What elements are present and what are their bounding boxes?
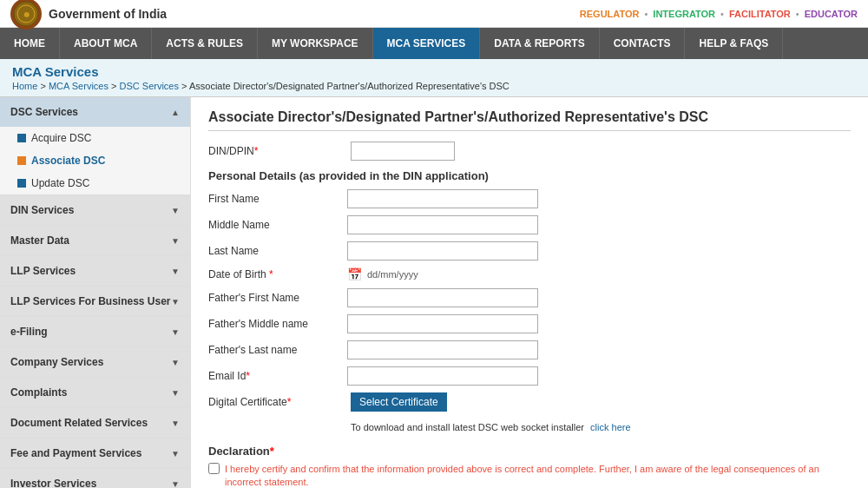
top-bar-right: REGULATOR • INTEGRATOR • FACILITATOR • E… [580,9,858,19]
nav-mca-services[interactable]: MCA SERVICES [373,28,481,59]
sidebar-section-complaints: Complaints ▼ [0,378,190,408]
declaration-section: Declaration* I hereby certify and confir… [208,445,851,488]
dsc-arrow-icon: ▲ [171,108,180,117]
father-last-name-row: Father's Last name [208,340,851,359]
sidebar-llp-biz-header[interactable]: LLP Services For Business User ▼ [0,287,190,316]
efiling-arrow-icon: ▼ [171,327,180,337]
facilitator-link[interactable]: FACILITATOR [729,9,791,19]
first-name-input[interactable] [347,189,538,208]
first-name-row: First Name [208,189,851,208]
llp-arrow-icon: ▼ [171,267,180,276]
din-input[interactable] [351,142,455,161]
din-arrow-icon: ▼ [171,206,180,215]
breadcrumb-mca-services[interactable]: MCA Services [49,81,108,91]
sidebar-section-efiling: e-Filing ▼ [0,317,190,347]
sidebar-company-header[interactable]: Company Services ▼ [0,347,190,377]
breadcrumb-dsc-services[interactable]: DSC Services [120,81,179,91]
digital-cert-group: Select Certificate [347,392,447,412]
complaints-arrow-icon: ▼ [171,388,180,398]
sidebar-section-investor: Investor Services ▼ [0,469,190,488]
nav-about[interactable]: ABOUT MCA [60,28,152,59]
email-input[interactable] [347,366,538,386]
dob-hint: dd/mm/yyyy [367,269,418,280]
integrator-link[interactable]: INTEGRATOR [653,9,715,19]
declaration-text: I hereby certify and confirm that the in… [225,463,851,488]
sidebar-llp-header[interactable]: LLP Services ▼ [0,256,190,286]
top-bar: ☸ Government of India REGULATOR • INTEGR… [0,0,868,28]
middle-name-input[interactable] [347,215,538,234]
din-row: DIN/DPIN* [208,142,851,161]
sidebar-section-din: DIN Services ▼ [0,195,190,226]
father-middle-name-input[interactable] [347,314,538,333]
sidebar-section-dsc: DSC Services ▲ Acquire DSC Associate DSC… [0,97,190,195]
father-first-name-label: Father's First Name [208,292,347,304]
sidebar-item-update-dsc[interactable]: Update DSC [0,172,190,195]
personal-details-title: Personal Details (as provided in the DIN… [208,169,851,182]
payment-arrow-icon: ▼ [171,449,180,458]
sidebar-payment-header[interactable]: Fee and Payment Services ▼ [0,439,190,468]
nav-contacts[interactable]: CONTACTS [600,28,686,59]
father-last-name-input[interactable] [347,340,538,359]
page-header-title: MCA Services [12,64,856,79]
sidebar-din-header[interactable]: DIN Services ▼ [0,195,190,225]
sidebar-investor-header[interactable]: Investor Services ▼ [0,469,190,488]
main-content: Associate Director's/Designated Partner'… [191,97,868,488]
declaration-check: I hereby certify and confirm that the in… [208,463,851,488]
docs-arrow-icon: ▼ [171,419,180,428]
download-link[interactable]: click here [590,422,630,432]
top-bar-left: ☸ Government of India [10,0,167,30]
bullet-icon [17,156,26,165]
svg-text:☸: ☸ [23,11,30,19]
master-arrow-icon: ▼ [171,236,180,246]
nav-data-reports[interactable]: DATA & REPORTS [480,28,599,59]
sidebar-complaints-header[interactable]: Complaints ▼ [0,378,190,407]
calendar-icon: 📅 [347,267,362,281]
nav-help[interactable]: HELP & FAQs [685,28,783,59]
email-row: Email Id* [208,366,851,386]
sidebar-section-company: Company Services ▼ [0,347,190,378]
select-certificate-button[interactable]: Select Certificate [351,392,447,412]
regulator-link[interactable]: REGULATOR [580,9,640,19]
sidebar-master-header[interactable]: Master Data ▼ [0,226,190,255]
gov-title: Government of India [49,7,167,21]
sidebar-dsc-header[interactable]: DSC Services ▲ [0,97,190,127]
email-label: Email Id* [208,370,347,382]
sidebar-section-llp: LLP Services ▼ [0,256,190,287]
father-middle-name-label: Father's Middle name [208,318,347,330]
breadcrumb-home[interactable]: Home [12,81,37,91]
dob-label: Date of Birth * [208,268,347,280]
father-first-name-input[interactable] [347,288,538,307]
father-first-name-row: Father's First Name [208,288,851,307]
educator-link[interactable]: EDUCATOR [805,9,858,19]
main-nav: HOME ABOUT MCA ACTS & RULES MY WORKSPACE… [0,28,868,59]
sidebar-section-llp-biz: LLP Services For Business User ▼ [0,287,190,317]
nav-workspace[interactable]: MY WORKSPACE [258,28,373,59]
declaration-title: Declaration* [208,445,851,458]
dob-input-group: 📅 dd/mm/yyyy [347,267,418,281]
content-area: DSC Services ▲ Acquire DSC Associate DSC… [0,97,868,488]
sidebar-item-associate-dsc[interactable]: Associate DSC [0,149,190,172]
sidebar: DSC Services ▲ Acquire DSC Associate DSC… [0,97,191,488]
last-name-row: Last Name [208,241,851,260]
breadcrumb: Home > MCA Services > DSC Services > Ass… [12,81,856,91]
nav-home[interactable]: HOME [0,28,60,59]
bullet-icon [17,134,26,142]
company-arrow-icon: ▼ [171,358,180,367]
dob-row: Date of Birth * 📅 dd/mm/yyyy [208,267,851,281]
sidebar-item-acquire-dsc[interactable]: Acquire DSC [0,127,190,149]
middle-name-label: Middle Name [208,219,347,231]
last-name-input[interactable] [347,241,538,260]
sidebar-section-docs: Document Related Services ▼ [0,408,190,439]
breadcrumb-current: Associate Director's/Designated Partner'… [189,81,510,91]
father-middle-name-row: Father's Middle name [208,314,851,333]
digital-cert-label: Digital Certificate* [208,396,347,408]
father-last-name-label: Father's Last name [208,344,347,356]
digital-cert-row: Digital Certificate* Select Certificate [208,392,851,412]
cert-download-row: To download and install latest DSC web s… [208,419,851,436]
form-title: Associate Director's/Designated Partner'… [208,109,851,131]
nav-acts[interactable]: ACTS & RULES [152,28,258,59]
din-label: DIN/DPIN* [208,145,347,157]
declaration-checkbox[interactable] [208,463,220,474]
sidebar-efiling-header[interactable]: e-Filing ▼ [0,317,190,346]
sidebar-docs-header[interactable]: Document Related Services ▼ [0,408,190,438]
